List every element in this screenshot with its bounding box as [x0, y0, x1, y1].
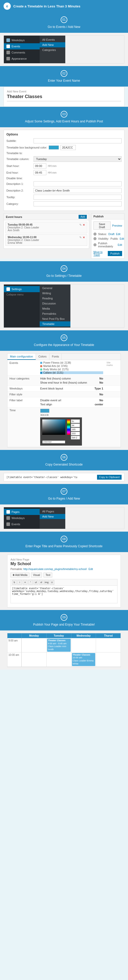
delete-icon-2[interactable]: ✕ — [83, 236, 85, 239]
bold-btn[interactable]: b — [12, 580, 17, 585]
submenu-add-new[interactable]: Add New — [40, 42, 65, 48]
start-hour-label: Start hour: — [6, 164, 32, 167]
a-input[interactable] — [71, 436, 80, 439]
calendar-icon — [6, 38, 10, 42]
color-hue-slider[interactable] — [67, 420, 70, 435]
color-gradient[interactable] — [42, 420, 65, 435]
sidebar-item-events-2[interactable]: Events — [4, 521, 40, 527]
sidebar-item-events[interactable]: Events — [4, 43, 40, 49]
step8-badge: 08 — [61, 536, 67, 542]
desc1-input[interactable] — [33, 181, 122, 186]
edit-icon[interactable]: ✎ — [79, 223, 82, 227]
edit-icon-2[interactable]: ✎ — [79, 236, 82, 239]
start-hour-input[interactable] — [33, 163, 46, 169]
settings-menu-item[interactable]: Settings — [4, 286, 40, 292]
list-btn[interactable]: ≡ — [23, 580, 27, 585]
timetable-preview-area: Monday Tuesday Wednesday Thursd 9:00 am … — [0, 630, 128, 670]
config-row-time: Time 3EA1CB — [8, 407, 120, 447]
sidebar-item-comments[interactable]: Comments — [4, 49, 40, 56]
page-content-editor[interactable]: [timetable event='theater-classes' weekd… — [11, 585, 117, 603]
ul-btn[interactable]: ul — [33, 580, 38, 585]
copy-clipboard-button[interactable]: Copy to Clipboard — [97, 475, 122, 480]
visual-tab[interactable]: Visual — [31, 573, 42, 578]
permalink-edit-link[interactable]: Edit — [88, 568, 93, 571]
publish-time-edit-link[interactable]: Edit — [118, 243, 122, 247]
time-header-col — [8, 633, 22, 638]
permalink-url[interactable]: http://squariculate.com/wp_plugins/timet… — [23, 568, 87, 571]
tooltip-row: Tooltip: — [6, 195, 122, 200]
g-input[interactable] — [71, 428, 80, 431]
event-name-value[interactable]: Theater Classes — [7, 94, 121, 102]
color-input[interactable] — [60, 145, 76, 150]
visibility-edit-link[interactable]: Edit — [120, 237, 124, 240]
underline-btn[interactable]: U — [50, 580, 54, 585]
settings-submenu: General Writing Reading Discussion Media… — [40, 285, 70, 328]
category-input[interactable] — [33, 201, 122, 207]
hex-input[interactable] — [71, 420, 80, 423]
settings-permalinks[interactable]: Permalinks — [40, 311, 70, 316]
settings-next-post[interactable]: Next Post Fly Box — [40, 316, 70, 321]
event-hours-row-2-time: Wednesday 10:00-11:00 — [8, 236, 39, 239]
text-tab[interactable]: Text — [44, 573, 52, 578]
settings-timetable[interactable]: Timetable — [40, 321, 70, 326]
timetable-column-select[interactable]: Tuesday — [33, 156, 122, 162]
time-color-swatch[interactable] — [40, 409, 49, 413]
color-swatch[interactable] — [49, 145, 59, 150]
color-picker-inner — [42, 420, 80, 439]
sidebar-item-appearance[interactable]: Appearance — [4, 56, 40, 62]
submenu-categories[interactable]: Categories — [40, 48, 65, 52]
config-row-filter-style: Filter style No — [8, 391, 120, 398]
tooltip-input[interactable] — [33, 195, 122, 200]
b-input[interactable] — [71, 432, 80, 435]
move-to-trash-link[interactable]: Move to Trash — [93, 251, 108, 256]
step2-section: 02 Enter Your Event Name — [0, 66, 128, 87]
page-title-value[interactable]: My School — [11, 562, 117, 566]
publish-box: Publish Save Draft Preview Status: Draft… — [91, 213, 125, 259]
status-label: Status: — [98, 232, 107, 235]
settings-reading[interactable]: Reading — [40, 296, 70, 301]
bg-color-row: Timetable box background color: — [6, 145, 122, 150]
step9-badge: 09 — [61, 614, 67, 621]
weekdays-icon — [6, 516, 10, 520]
publish-button[interactable]: Publish — [108, 251, 122, 256]
italic-btn[interactable]: i — [17, 580, 22, 585]
publish-header: Publish — [92, 213, 124, 220]
submenu-add-new-page[interactable]: Add New — [40, 514, 65, 519]
event-theater-tuesday-9am[interactable]: Theater Classes 9:00 am - 9:45 am Class … — [47, 639, 71, 652]
sidebar-item-pages[interactable]: Pages — [4, 509, 40, 515]
settings-media[interactable]: Media — [40, 306, 70, 311]
status-icon — [93, 232, 96, 235]
status-edit-link[interactable]: Edit — [116, 233, 120, 235]
img-btn[interactable]: img — [44, 580, 49, 585]
tab-fonts[interactable]: Fonts — [49, 354, 62, 360]
pages-menu-area: Pages Weekdays Events All Pages Add New — [0, 504, 128, 531]
shortcode-text: [timetable event='theater-classes' weekd… — [6, 476, 95, 479]
permalink-label: Permalink: — [11, 568, 22, 571]
settings-general[interactable]: General — [40, 286, 70, 291]
add-media-button[interactable]: ✚ Add Media — [11, 573, 30, 578]
submenu-all-events[interactable]: All Events — [40, 37, 65, 42]
tuesday-cell-9am: Theater Classes 9:00 am - 9:45 am Class … — [46, 638, 71, 652]
quote-btn[interactable]: " — [28, 580, 33, 585]
tab-colors[interactable]: Colors — [36, 354, 49, 360]
sidebar-item-weekdays-2[interactable]: Weekdays — [4, 515, 40, 521]
desc2-input[interactable] — [33, 188, 122, 193]
ol-btn[interactable]: ol — [39, 580, 44, 585]
collapse-menu-btn[interactable]: Collapse menu — [4, 292, 40, 297]
settings-writing[interactable]: Writing — [40, 291, 70, 296]
save-draft-button[interactable]: Save Draft — [93, 221, 111, 230]
sidebar-item-weekdays[interactable]: Weekdays — [4, 37, 40, 43]
submenu-all-pages[interactable]: All Pages — [40, 509, 65, 514]
subtitle-input[interactable] — [33, 138, 122, 143]
step4-section: 04 Go to Settings / Timetable — [0, 261, 128, 282]
add-event-hour-button[interactable]: Add — [79, 215, 87, 219]
preview-button[interactable]: Preview — [112, 221, 122, 230]
tab-main-configuration[interactable]: Main configuration — [8, 354, 36, 360]
r-input[interactable] — [71, 423, 80, 427]
events-submenu: All Events Add New Categories — [40, 36, 65, 63]
step1-badge: 01 — [61, 16, 67, 23]
delete-icon[interactable]: ✕ — [83, 223, 85, 227]
settings-discussion[interactable]: Discussion — [40, 301, 70, 306]
end-hour-input[interactable] — [33, 170, 46, 175]
event-theater-wednesday-10am[interactable]: Theater Classes 10:00 am Class Leader-Em… — [72, 653, 95, 666]
